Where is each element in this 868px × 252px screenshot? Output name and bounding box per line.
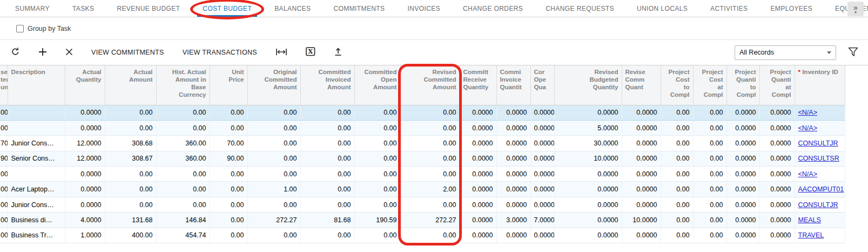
tab-union-locals[interactable]: UNION LOCALS [631,0,693,17]
cell[interactable]: 10.0000 [622,213,661,228]
cell[interactable]: 0.0000 [460,105,496,120]
cell[interactable]: 0.0000 [554,182,622,197]
cell[interactable]: 0.0000 [554,105,622,120]
cell[interactable]: 12.0000 [65,136,105,151]
cell[interactable]: <N/A> [795,105,845,120]
cell[interactable]: 0.00 [247,105,300,120]
cell[interactable]: 0.00 [105,182,156,197]
column-header-revised-budgeted-quantity[interactable]: Revised Budgeted Quantity [554,65,622,105]
cell[interactable]: 0.0000 [726,228,759,243]
cell[interactable]: 131.68 [105,213,156,228]
cell[interactable]: 0.00 [661,213,693,228]
cell[interactable]: 0.00 [693,105,726,120]
table-row[interactable]: 00Junior Cons…0.00000.000.000.000.000.00… [0,197,845,212]
cell[interactable]: 0.0000 [496,151,530,166]
cell[interactable]: 0.00 [210,182,247,197]
cell[interactable]: 12.0000 [65,151,105,166]
cell[interactable]: 3.0000 [496,213,530,228]
cell[interactable]: 0.00 [661,182,693,197]
cell[interactable]: 0.00 [693,151,726,166]
cell[interactable]: 0.00 [661,120,693,135]
column-header-original-committed-amount[interactable]: Original Committed Amount [247,65,300,105]
column-header-revise-comm-quant[interactable]: Revise Comm Quant [622,65,661,105]
cell[interactable]: 0.00 [661,167,693,182]
cell[interactable]: 0.0000 [496,105,530,120]
cell[interactable]: 0.0000 [726,182,759,197]
table-row[interactable]: 00Business di…4.0000131.68146.840.00272.… [0,213,845,228]
tab-balances[interactable]: BALANCES [269,0,316,17]
view-commitments-button[interactable]: VIEW COMMITMENTS [88,47,167,58]
cell[interactable]: 0.00 [354,151,400,166]
cell[interactable]: CONSULTJR [795,136,845,151]
cell[interactable]: 308.68 [105,136,156,151]
cell[interactable]: 0.0000 [496,197,530,212]
cell[interactable]: 2.00 [400,182,460,197]
cell[interactable]: 0.0000 [530,105,554,120]
cell[interactable]: 0.0000 [460,120,496,135]
cell[interactable]: 1.00 [247,182,300,197]
cell[interactable]: 0.00 [210,105,247,120]
cell[interactable]: 0.00 [156,105,210,120]
cell[interactable]: 0.00 [400,120,460,135]
cell[interactable]: 0.0000 [726,120,759,135]
column-header-unit-price[interactable]: Unit Price [210,65,247,105]
cell[interactable]: 0.00 [300,197,354,212]
inventory-id-link[interactable]: CONSULTJR [798,140,838,147]
cell[interactable]: 454.74 [156,228,210,243]
cell[interactable]: 0.00 [400,167,460,182]
cell[interactable]: 0.00 [300,120,354,135]
cell[interactable]: 0.00 [354,105,400,120]
cell[interactable]: 0.00 [105,167,156,182]
tab-summary[interactable]: SUMMARY [10,0,55,17]
cell[interactable]: 0.0000 [460,136,496,151]
cell[interactable]: 0.0000 [759,228,795,243]
cell[interactable]: 0.00 [354,120,400,135]
column-header-inventory-id[interactable]: * Inventory ID [795,65,845,105]
cell[interactable]: 0.0000 [496,136,530,151]
cell[interactable]: 0.00 [210,167,247,182]
cell[interactable]: 0.0000 [65,105,105,120]
filter-settings-button[interactable] [847,46,859,59]
cell[interactable]: 0.00 [300,182,354,197]
cell[interactable]: 70.00 [210,136,247,151]
inventory-id-link[interactable]: CONSULTSR [798,155,839,162]
cell[interactable]: 0.0000 [622,120,661,135]
table-row[interactable]: 00Business Tr…1.0000400.00454.740.000.00… [0,228,845,243]
upload-button[interactable] [331,45,346,60]
cell[interactable]: 00 [0,213,8,228]
tab-employees[interactable]: EMPLOYEES [765,0,818,17]
cell[interactable]: 0.00 [693,197,726,212]
tab-overflow-button[interactable]: » ▾ [847,2,864,16]
tab-change-orders[interactable]: CHANGE ORDERS [457,0,528,17]
fit-to-screen-button[interactable] [272,45,291,60]
column-header-revised-committed-amount[interactable]: Revised Committed Amount [400,65,460,105]
cell[interactable]: 0.0000 [622,197,661,212]
cell[interactable]: 1.0000 [65,228,105,243]
table-row[interactable]: 000.00000.000.000.000.000.000.000.000.00… [0,105,845,120]
tab-change-requests[interactable]: CHANGE REQUESTS [540,0,620,17]
cell[interactable]: 0.00 [400,105,460,120]
column-header-sed-ted-unt[interactable]: sed ted unt [0,65,8,105]
inventory-id-link[interactable]: MEALS [798,216,821,224]
cell[interactable]: <N/A> [795,167,845,182]
tab-activities[interactable]: ACTIVITIES [705,0,753,17]
refresh-button[interactable] [8,45,23,60]
cell[interactable]: CONSULTJR [795,197,845,212]
cell[interactable]: 0.0000 [726,151,759,166]
column-header-hist-actual-amount-in-base-currency[interactable]: Hist. Actual Amount in Base Currency [156,65,210,105]
cell[interactable]: 0.0000 [496,120,530,135]
table-row[interactable]: 00Acer Laptop…0.00000.000.000.001.000.00… [0,182,845,197]
column-header-committed-invoiced-amount[interactable]: Committed Invoiced Amount [300,65,354,105]
cell[interactable]: 0.0000 [65,120,105,135]
cell[interactable]: 0.00 [300,167,354,182]
cell[interactable]: 360.00 [156,136,210,151]
cell[interactable]: 30.0000 [554,136,622,151]
inventory-id-link[interactable]: AACOMPUT01 [798,185,844,193]
cell[interactable]: 0.0000 [496,228,530,243]
cell[interactable]: 0.00 [693,120,726,135]
cell[interactable]: 90.00 [210,151,247,166]
column-header-cor-ope-qua[interactable]: Cor Ope Qua [530,65,554,105]
table-row[interactable]: 000.00000.000.000.000.000.000.000.000.00… [0,120,845,135]
cell[interactable]: 0.00 [693,228,726,243]
cell[interactable]: 00 [0,120,8,135]
